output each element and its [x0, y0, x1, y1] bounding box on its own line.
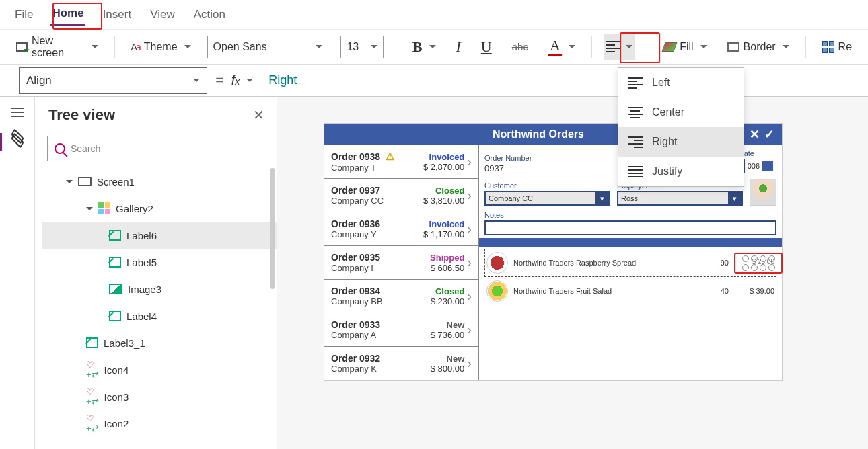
separator	[114, 36, 115, 58]
icon-icon: ♡+⇄	[86, 413, 99, 434]
product-qty: 90	[702, 259, 729, 267]
align-justify-item[interactable]: Justify	[618, 157, 744, 186]
underline-button[interactable]: U	[477, 36, 496, 58]
align-center-item[interactable]: Center	[618, 97, 744, 127]
property-value: Align	[26, 74, 52, 87]
date-picker[interactable]: 006	[744, 159, 776, 173]
chevron-down-icon: ▾	[728, 191, 742, 206]
tree-node-icon3[interactable]: ♡+⇄ Icon3	[42, 383, 277, 410]
tree-node-icon2[interactable]: ♡+⇄ Icon2	[42, 410, 277, 437]
icon-icon: ♡+⇄	[86, 386, 99, 407]
product-thumb	[486, 252, 508, 274]
align-left-icon	[628, 75, 643, 91]
close-icon[interactable]: ✕	[253, 107, 264, 123]
tree-body: Screen1 Gallery2 Label6 Label5 Image3	[35, 168, 277, 437]
italic-button[interactable]: I	[452, 36, 465, 58]
items-header-bar	[479, 238, 782, 247]
bold-button[interactable]: B	[408, 36, 440, 58]
line-item[interactable]: Northwind Traders Fruit Salad 40 $ 39.00	[484, 277, 776, 305]
chevron-right-icon: ›	[467, 356, 472, 371]
fx-icon: fx	[231, 73, 240, 88]
tree-node-icon4[interactable]: ♡+⇄ Icon4	[42, 356, 277, 383]
new-screen-label: New screen	[32, 35, 85, 59]
order-row[interactable]: Order 0937Company CCClosed$ 3,810.00›	[324, 179, 478, 212]
order-row[interactable]: Order 0934Company BBClosed$ 230.00›	[324, 280, 478, 313]
gallery-icon	[98, 202, 110, 214]
tab-action[interactable]: Action	[192, 4, 227, 26]
font-color-button[interactable]: A	[544, 34, 579, 59]
tree-label: Label6	[126, 230, 157, 241]
chevron-right-icon: ›	[467, 288, 472, 304]
order-row[interactable]: Order 0932Company KNew$ 800.00›	[324, 347, 478, 380]
new-screen-button[interactable]: New screen	[12, 32, 102, 62]
check-icon[interactable]: ✓	[762, 127, 776, 142]
label: ate	[744, 149, 776, 157]
align-button[interactable]	[604, 34, 635, 60]
chevron-right-icon: ›	[467, 322, 472, 337]
line-item-selected[interactable]: Northwind Traders Raspberry Spread 90 $ …	[484, 249, 776, 277]
align-center-label: Center	[652, 106, 684, 118]
tree-node-label6[interactable]: Label6	[42, 222, 277, 249]
close-icon[interactable]: ✕	[747, 127, 762, 142]
canvas[interactable]: Left Center Right Justify Northwind Orde…	[277, 97, 868, 449]
orders-gallery[interactable]: Order 0938 ⚠Company TInvoiced$ 2,870.00›…	[324, 145, 479, 380]
tree-node-image3[interactable]: Image3	[42, 276, 277, 302]
expand-icon[interactable]	[66, 180, 73, 187]
employee-dropdown[interactable]: Ross▾	[617, 191, 743, 206]
property-select[interactable]: Align	[19, 67, 207, 94]
separator	[396, 36, 396, 58]
warning-icon: ⚠	[386, 151, 394, 162]
separator	[805, 36, 806, 58]
tree-node-label4[interactable]: Label4	[42, 302, 277, 329]
theme-button[interactable]: Aa Theme	[127, 38, 195, 56]
order-row[interactable]: Order 0935Company IShipped$ 606.50›	[324, 246, 478, 280]
tree-node-gallery2[interactable]: Gallery2	[42, 195, 277, 222]
tree-label: Gallery2	[116, 203, 153, 214]
strikethrough-icon: abc	[512, 41, 528, 52]
strikethrough-button[interactable]: abc	[508, 38, 532, 55]
tab-view[interactable]: View	[149, 4, 176, 26]
customer-dropdown[interactable]: Company CC▾	[484, 191, 610, 206]
formula-input[interactable]: Right	[259, 73, 297, 87]
label: Notes	[484, 211, 776, 219]
scrollbar-thumb[interactable]	[270, 168, 275, 289]
tab-file[interactable]: File	[13, 4, 34, 26]
reorder-icon	[822, 41, 834, 53]
chevron-down-icon[interactable]	[244, 75, 253, 86]
tree-node-label5[interactable]: Label5	[42, 249, 277, 276]
tab-insert[interactable]: Insert	[102, 4, 133, 26]
image-icon	[109, 284, 122, 294]
label-icon	[109, 257, 121, 268]
date-value: 006	[748, 162, 760, 170]
workspace: Tree view ✕ Search Screen1 Gallery2 Labe…	[0, 97, 868, 449]
font-select[interactable]: Open Sans	[207, 36, 329, 58]
reorder-button[interactable]: Re	[818, 38, 856, 56]
fill-button[interactable]: Fill	[659, 38, 711, 56]
font-size-select[interactable]: 13	[340, 36, 383, 58]
align-left-item[interactable]: Left	[618, 68, 744, 97]
order-row[interactable]: Order 0936Company YInvoiced$ 1,170.00›	[324, 212, 478, 246]
notes-input[interactable]	[484, 220, 776, 235]
chevron-down-icon	[190, 74, 200, 87]
tree-view-rail-button[interactable]	[0, 133, 34, 145]
align-justify-icon	[628, 164, 643, 179]
chevron-right-icon: ›	[467, 255, 472, 270]
border-button[interactable]: Border	[723, 38, 793, 56]
tree-label: Screen1	[97, 176, 135, 188]
tree-node-label3-1[interactable]: Label3_1	[42, 329, 277, 356]
employee-avatar	[750, 179, 776, 206]
order-row[interactable]: Order 0933Company ANew$ 736.00›	[324, 313, 478, 347]
tab-home[interactable]: Home	[50, 3, 85, 26]
tree-node-screen1[interactable]: Screen1	[42, 168, 277, 195]
search-input[interactable]: Search	[47, 136, 264, 161]
order-row[interactable]: Order 0938 ⚠Company TInvoiced$ 2,870.00›	[324, 145, 478, 179]
expand-icon[interactable]	[86, 207, 93, 214]
label-icon	[86, 337, 98, 348]
font-color-icon: A	[548, 37, 562, 56]
product-price: $ 39.00	[734, 287, 774, 295]
price-label-selected[interactable]: $ 25.00	[734, 253, 774, 274]
hamburger-icon[interactable]	[11, 105, 24, 120]
chevron-down-icon	[623, 42, 632, 52]
bold-icon: B	[412, 38, 423, 56]
align-right-item[interactable]: Right	[618, 127, 744, 157]
